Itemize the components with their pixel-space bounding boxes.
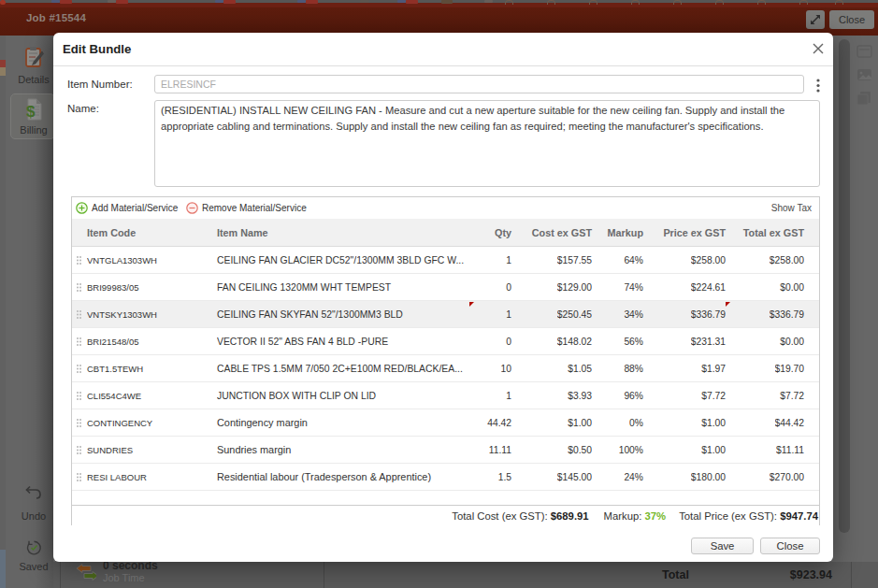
svg-text:$: $ xyxy=(26,103,36,121)
